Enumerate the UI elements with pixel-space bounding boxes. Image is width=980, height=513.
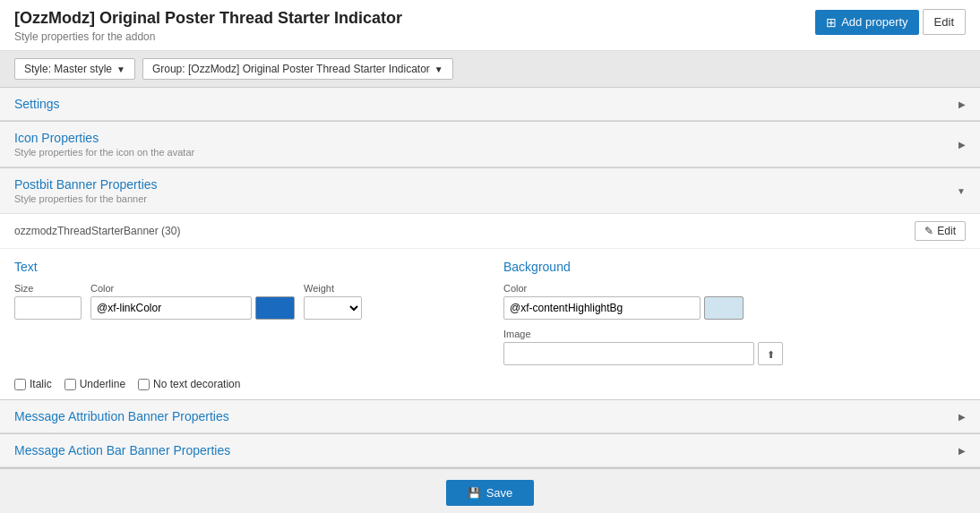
postbit-banner-header-content: Postbit Banner Properties Style properti… xyxy=(14,177,158,204)
settings-chevron-icon xyxy=(959,99,966,109)
underline-label: Underline xyxy=(80,378,125,390)
header-actions: Add property Edit xyxy=(815,9,966,35)
weight-label: Weight xyxy=(304,283,362,294)
page-subtitle: Style properties for the addon xyxy=(14,30,402,43)
color-field-group: Color xyxy=(90,283,295,320)
icon-properties-section-header[interactable]: Icon Properties Style properties for the… xyxy=(0,122,980,167)
group-filter[interactable]: Group: [OzzModz] Original Poster Thread … xyxy=(142,58,453,80)
underline-checkbox[interactable] xyxy=(64,379,76,390)
group-filter-chevron xyxy=(434,63,443,75)
color-swatch[interactable] xyxy=(255,296,295,320)
edit-button[interactable]: Edit xyxy=(923,9,966,35)
image-field-group xyxy=(503,342,966,365)
text-fields-row: Size Color Weight Bol xyxy=(14,283,477,320)
bg-color-input[interactable] xyxy=(503,296,701,320)
postbit-banner-chevron-icon xyxy=(957,186,966,196)
save-bar: Save xyxy=(0,468,980,513)
postbit-banner-item-label: ozzmodzThreadStarterBanner (30) xyxy=(14,225,180,237)
underline-checkbox-item[interactable]: Underline xyxy=(64,378,125,390)
color-input-row xyxy=(90,296,295,320)
weight-field-group: Weight Bold Normal xyxy=(304,283,362,320)
message-attribution-section: Message Attribution Banner Properties xyxy=(0,400,980,434)
postbit-banner-item-bar: ozzmodzThreadStarterBanner (30) Edit xyxy=(0,214,980,249)
settings-section-header[interactable]: Settings xyxy=(0,88,980,121)
bg-fields-row: Color xyxy=(503,283,966,320)
postbit-banner-subtitle: Style properties for the banner xyxy=(14,193,158,204)
properties-row: Text Size Color Weight xyxy=(0,249,980,372)
icon-properties-title: Icon Properties xyxy=(14,131,194,145)
size-field-group: Size xyxy=(14,283,82,320)
italic-checkbox-item[interactable]: Italic xyxy=(14,378,52,390)
save-button[interactable]: Save xyxy=(446,480,535,506)
save-label: Save xyxy=(486,486,513,500)
postbit-banner-section-header[interactable]: Postbit Banner Properties Style properti… xyxy=(0,168,980,214)
style-filter[interactable]: Style: Master style xyxy=(14,58,135,80)
no-decoration-label: No text decoration xyxy=(153,378,240,390)
upload-button[interactable] xyxy=(758,342,783,365)
header-left: [OzzModz] Original Poster Thread Starter… xyxy=(14,9,402,43)
background-group: Background Color Image xyxy=(503,260,966,365)
checkboxes-row: Italic Underline No text decoration xyxy=(0,372,980,399)
postbit-banner-edit-button[interactable]: Edit xyxy=(915,221,966,241)
content-area: Settings Icon Properties Style propertie… xyxy=(0,88,980,468)
upload-icon xyxy=(767,347,775,361)
message-action-bar-section-header[interactable]: Message Action Bar Banner Properties xyxy=(0,434,980,467)
group-filter-label: Group: [OzzModz] Original Poster Thread … xyxy=(152,63,430,75)
style-filter-label: Style: Master style xyxy=(24,63,112,75)
image-input[interactable] xyxy=(503,342,754,365)
size-label: Size xyxy=(14,283,82,294)
italic-checkbox[interactable] xyxy=(14,379,26,390)
image-label: Image xyxy=(503,329,966,339)
italic-label: Italic xyxy=(30,378,52,390)
header: [OzzModz] Original Poster Thread Starter… xyxy=(0,0,980,51)
postbit-banner-edit-label: Edit xyxy=(937,225,956,237)
page-title: [OzzModz] Original Poster Thread Starter… xyxy=(14,9,402,28)
edit-pencil-icon xyxy=(924,225,933,237)
icon-properties-subtitle: Style properties for the icon on the ava… xyxy=(14,147,194,158)
image-field-row: Image xyxy=(503,329,966,365)
message-attribution-chevron-icon xyxy=(959,412,966,422)
text-group-title: Text xyxy=(14,260,477,274)
message-action-bar-title: Message Action Bar Banner Properties xyxy=(14,443,230,457)
add-property-label: Add property xyxy=(841,15,907,29)
icon-properties-chevron-icon xyxy=(959,140,966,150)
color-input[interactable] xyxy=(90,296,252,320)
text-group: Text Size Color Weight xyxy=(14,260,477,365)
settings-section-title: Settings xyxy=(14,97,60,111)
bg-color-swatch[interactable] xyxy=(704,296,744,320)
color-label: Color xyxy=(90,283,295,294)
bg-color-label: Color xyxy=(503,283,744,294)
message-action-bar-chevron-icon xyxy=(959,446,966,456)
bg-color-input-row xyxy=(503,296,744,320)
save-icon xyxy=(468,486,481,500)
postbit-banner-section: Postbit Banner Properties Style properti… xyxy=(0,168,980,400)
add-property-button[interactable]: Add property xyxy=(815,10,918,35)
no-decoration-checkbox[interactable] xyxy=(138,379,150,390)
filters-bar: Style: Master style Group: [OzzModz] Ori… xyxy=(0,51,980,88)
style-filter-chevron xyxy=(116,63,125,75)
size-input[interactable] xyxy=(14,296,82,320)
background-group-title: Background xyxy=(503,260,966,274)
no-decoration-checkbox-item[interactable]: No text decoration xyxy=(138,378,240,390)
icon-properties-section: Icon Properties Style properties for the… xyxy=(0,122,980,168)
message-attribution-section-header[interactable]: Message Attribution Banner Properties xyxy=(0,400,980,433)
plus-icon xyxy=(826,15,837,30)
weight-select[interactable]: Bold Normal xyxy=(304,296,362,320)
postbit-banner-title: Postbit Banner Properties xyxy=(14,177,158,192)
settings-section: Settings xyxy=(0,88,980,122)
message-attribution-title: Message Attribution Banner Properties xyxy=(14,409,229,423)
message-action-bar-section: Message Action Bar Banner Properties xyxy=(0,434,980,468)
bg-color-field-group: Color xyxy=(503,283,744,320)
icon-properties-header-content: Icon Properties Style properties for the… xyxy=(14,131,194,158)
